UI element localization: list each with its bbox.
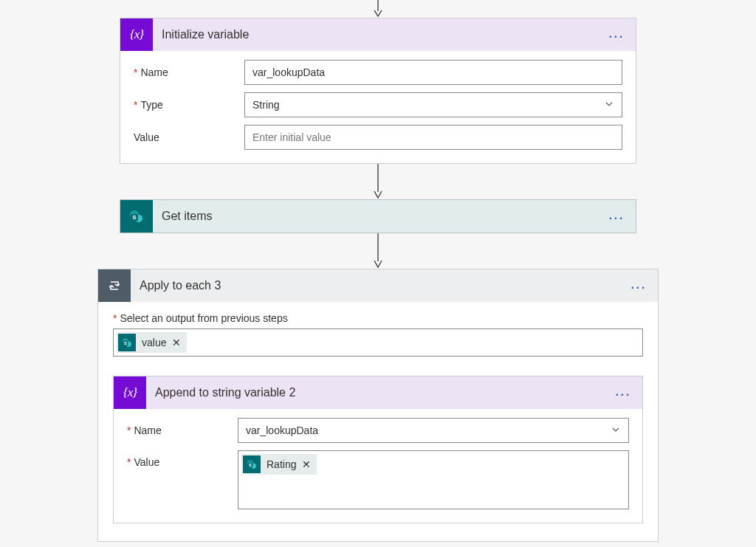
svg-text:S: S (124, 341, 127, 345)
value-label: Value (134, 131, 244, 143)
select-output-label: *Select an output from previous steps (113, 312, 643, 324)
more-menu-icon[interactable]: ... (604, 214, 628, 219)
arrow-to-applyeach (0, 233, 756, 269)
value-input[interactable] (244, 125, 622, 150)
get-items-card: S Get items ... (120, 199, 636, 233)
name-label: *Name (134, 66, 244, 78)
remove-token-icon[interactable]: ✕ (172, 337, 181, 348)
name-label: *Name (127, 424, 238, 436)
name-input[interactable] (244, 60, 622, 85)
apply-to-each-card: Apply to each 3 ... *Select an output fr… (97, 269, 659, 542)
more-menu-icon[interactable]: ... (604, 32, 628, 37)
type-select[interactable]: String (244, 92, 622, 117)
get-items-header[interactable]: S Get items ... (120, 200, 636, 233)
variable-icon: {x} (120, 18, 153, 51)
token-label: Rating (267, 458, 296, 470)
type-label: *Type (134, 99, 244, 111)
value-token-area[interactable]: S Rating ✕ (238, 450, 629, 509)
initialize-variable-card: {x} Initialize variable ... *Name *Type … (120, 18, 636, 164)
remove-token-icon[interactable]: ✕ (302, 458, 311, 470)
value-label: *Value (127, 450, 238, 468)
value-token[interactable]: S value ✕ (117, 332, 187, 353)
append-string-variable-card: {x} Append to string variable 2 ... *Nam… (113, 376, 643, 523)
sharepoint-icon: S (118, 334, 136, 351)
variable-icon: {x} (114, 376, 146, 409)
more-menu-icon[interactable]: ... (611, 391, 635, 395)
apply-to-each-title: Apply to each 3 (140, 279, 626, 292)
select-output-input[interactable]: S value ✕ (113, 328, 643, 357)
sharepoint-icon: S (120, 200, 153, 233)
append-string-variable-header[interactable]: {x} Append to string variable 2 ... (114, 376, 642, 409)
rating-token[interactable]: S Rating ✕ (241, 454, 317, 475)
variable-select[interactable]: var_lookupData (238, 418, 629, 443)
more-menu-icon[interactable]: ... (626, 283, 650, 288)
variable-selected-value: var_lookupData (246, 424, 318, 436)
initialize-variable-title: Initialize variable (162, 28, 604, 41)
loop-icon (98, 269, 131, 302)
apply-to-each-header[interactable]: Apply to each 3 ... (98, 269, 658, 302)
type-selected-value: String (252, 99, 280, 111)
get-items-title: Get items (162, 210, 604, 223)
sharepoint-icon: S (243, 455, 261, 473)
chevron-down-icon (611, 424, 621, 437)
svg-text:S: S (249, 463, 252, 467)
token-label: value (142, 337, 166, 348)
chevron-down-icon (604, 99, 614, 111)
svg-text:S: S (132, 214, 137, 221)
arrow-to-getitems (0, 164, 756, 199)
arrow-into-init (0, 0, 756, 18)
initialize-variable-header[interactable]: {x} Initialize variable ... (120, 18, 636, 51)
append-string-variable-title: Append to string variable 2 (155, 386, 611, 399)
